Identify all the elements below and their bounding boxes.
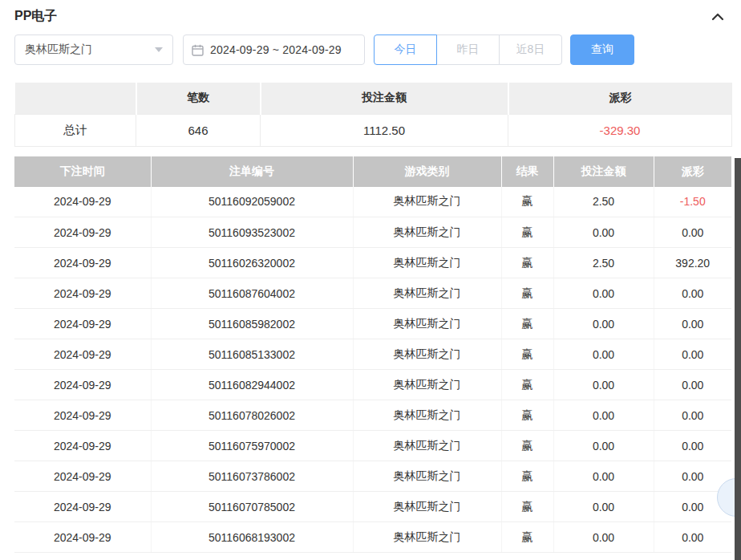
- col-header-game-category: 游戏类别: [353, 156, 501, 187]
- cell-result: 赢: [501, 187, 553, 217]
- table-row: 2024-09-2950116078026002奥林匹斯之门赢0.000.00: [14, 400, 731, 431]
- chevron-up-icon: [711, 13, 724, 21]
- game-select[interactable]: 奥林匹斯之门: [14, 34, 173, 65]
- cell-game-category: 奥林匹斯之门: [353, 461, 501, 492]
- summary-header-count: 笔数: [136, 83, 261, 114]
- cell-bet-amount: 0.00: [553, 431, 654, 461]
- bet-table-body: 2024-09-2950116092059002奥林匹斯之门赢2.50-1.50…: [14, 187, 731, 553]
- summary-count-value: 646: [136, 114, 261, 146]
- cell-payout: 392.20: [654, 248, 731, 278]
- table-row: 2024-09-2950116070785002奥林匹斯之门赢0.000.00: [14, 492, 731, 522]
- cell-game-category: 奥林匹斯之门: [353, 522, 501, 553]
- col-header-payout: 派彩: [654, 156, 731, 187]
- table-row: 2024-09-2950116026320002奥林匹斯之门赢2.50392.2…: [14, 248, 731, 278]
- table-header-row: 下注时间 注单编号 游戏类别 结果 投注金额 派彩: [14, 156, 731, 187]
- cell-bet-time: 2024-09-29: [14, 248, 151, 278]
- cell-bet-time: 2024-09-29: [14, 431, 151, 461]
- cell-bet-time: 2024-09-29: [14, 461, 151, 492]
- cell-order-no: 50116070785002: [151, 492, 353, 522]
- cell-game-category: 奥林匹斯之门: [353, 492, 501, 522]
- bet-records-table: 下注时间 注单编号 游戏类别 结果 投注金额 派彩 2024-09-295011…: [14, 156, 731, 554]
- cell-order-no: 50116026320002: [151, 248, 353, 278]
- cell-bet-amount: 0.00: [553, 217, 654, 248]
- cell-order-no: 50116087604002: [151, 278, 353, 309]
- cell-game-category: 奥林匹斯之门: [353, 400, 501, 431]
- table-row: 2024-09-2950116068193002奥林匹斯之门赢0.000.00: [14, 522, 731, 553]
- cell-game-category: 奥林匹斯之门: [353, 217, 501, 248]
- cell-bet-time: 2024-09-29: [14, 187, 151, 217]
- table-row: 2024-09-2950116087604002奥林匹斯之门赢0.000.00: [14, 278, 731, 309]
- cell-bet-time: 2024-09-29: [14, 400, 151, 431]
- table-row: 2024-09-2950116073786002奥林匹斯之门赢0.000.00: [14, 461, 731, 492]
- col-header-order-no: 注单编号: [151, 156, 353, 187]
- cell-order-no: 50116085982002: [151, 309, 353, 339]
- cell-bet-amount: 0.00: [553, 492, 654, 522]
- cell-result: 赢: [501, 400, 553, 431]
- cell-payout: -1.50: [654, 187, 731, 217]
- scrollbar[interactable]: [735, 158, 741, 560]
- chevron-down-icon: [155, 47, 163, 52]
- col-header-result: 结果: [501, 156, 553, 187]
- cell-bet-amount: 0.00: [553, 339, 654, 370]
- cell-order-no: 50116068193002: [151, 522, 353, 553]
- cell-game-category: 奥林匹斯之门: [353, 431, 501, 461]
- cell-result: 赢: [501, 217, 553, 248]
- cell-order-no: 50116078026002: [151, 400, 353, 431]
- cell-bet-amount: 0.00: [553, 461, 654, 492]
- quick-filter-group: 今日 昨日 近8日: [374, 34, 562, 65]
- summary-payout-value: -329.30: [508, 114, 732, 146]
- table-row: 2024-09-2950116082944002奥林匹斯之门赢0.000.00: [14, 370, 731, 400]
- cell-game-category: 奥林匹斯之门: [353, 187, 501, 217]
- cell-bet-time: 2024-09-29: [14, 217, 151, 248]
- cell-payout: 0.00: [654, 339, 731, 370]
- calendar-icon: [192, 44, 204, 56]
- collapse-button[interactable]: [711, 11, 725, 22]
- search-button[interactable]: 查询: [570, 34, 634, 65]
- game-select-value: 奥林匹斯之门: [25, 43, 92, 57]
- col-header-bet-amount: 投注金额: [553, 156, 654, 187]
- quick-button-yesterday[interactable]: 昨日: [436, 34, 500, 65]
- filter-bar: 奥林匹斯之门 2024-09-29 ~ 2024-09-29 今日 昨日 近8日…: [0, 34, 741, 65]
- summary-bet-amount-value: 1112.50: [261, 114, 508, 146]
- summary-total-label: 总计: [15, 114, 136, 146]
- cell-order-no: 50116082944002: [151, 370, 353, 400]
- table-row: 2024-09-2950116075970002奥林匹斯之门赢0.000.00: [14, 431, 731, 461]
- cell-payout: 0.00: [654, 370, 731, 400]
- cell-game-category: 奥林匹斯之门: [353, 309, 501, 339]
- cell-bet-time: 2024-09-29: [14, 522, 151, 553]
- cell-payout: 0.00: [654, 217, 731, 248]
- cell-result: 赢: [501, 370, 553, 400]
- cell-bet-time: 2024-09-29: [14, 309, 151, 339]
- summary-header-blank: [15, 83, 136, 114]
- cell-result: 赢: [501, 248, 553, 278]
- cell-result: 赢: [501, 309, 553, 339]
- cell-bet-amount: 2.50: [553, 248, 654, 278]
- summary-total-row: 总计 646 1112.50 -329.30: [15, 114, 732, 146]
- cell-order-no: 50116092059002: [151, 187, 353, 217]
- cell-payout: 0.00: [654, 309, 731, 339]
- table-row: 2024-09-2950116085982002奥林匹斯之门赢0.000.00: [14, 309, 731, 339]
- cell-result: 赢: [501, 339, 553, 370]
- date-range-picker[interactable]: 2024-09-29 ~ 2024-09-29: [183, 34, 365, 65]
- summary-header-row: 笔数 投注金额 派彩: [15, 83, 732, 114]
- table-row: 2024-09-2950116092059002奥林匹斯之门赢2.50-1.50: [14, 187, 731, 217]
- cell-result: 赢: [501, 522, 553, 553]
- page-title: PP电子: [14, 8, 57, 25]
- quick-button-today[interactable]: 今日: [374, 34, 437, 65]
- col-header-bet-time: 下注时间: [14, 156, 151, 187]
- cell-result: 赢: [501, 492, 553, 522]
- table-row: 2024-09-2950116085133002奥林匹斯之门赢0.000.00: [14, 339, 731, 370]
- table-row: 2024-09-2950116093523002奥林匹斯之门赢0.000.00: [14, 217, 731, 248]
- cell-order-no: 50116073786002: [151, 461, 353, 492]
- summary-header-bet-amount: 投注金额: [261, 83, 508, 114]
- cell-bet-time: 2024-09-29: [14, 370, 151, 400]
- quick-button-last8days[interactable]: 近8日: [499, 34, 562, 65]
- cell-bet-amount: 0.00: [553, 309, 654, 339]
- panel-header: PP电子: [0, 0, 741, 34]
- cell-result: 赢: [501, 278, 553, 309]
- cell-game-category: 奥林匹斯之门: [353, 370, 501, 400]
- cell-bet-amount: 0.00: [553, 522, 654, 553]
- cell-bet-time: 2024-09-29: [14, 278, 151, 309]
- cell-payout: 0.00: [654, 431, 731, 461]
- cell-result: 赢: [501, 461, 553, 492]
